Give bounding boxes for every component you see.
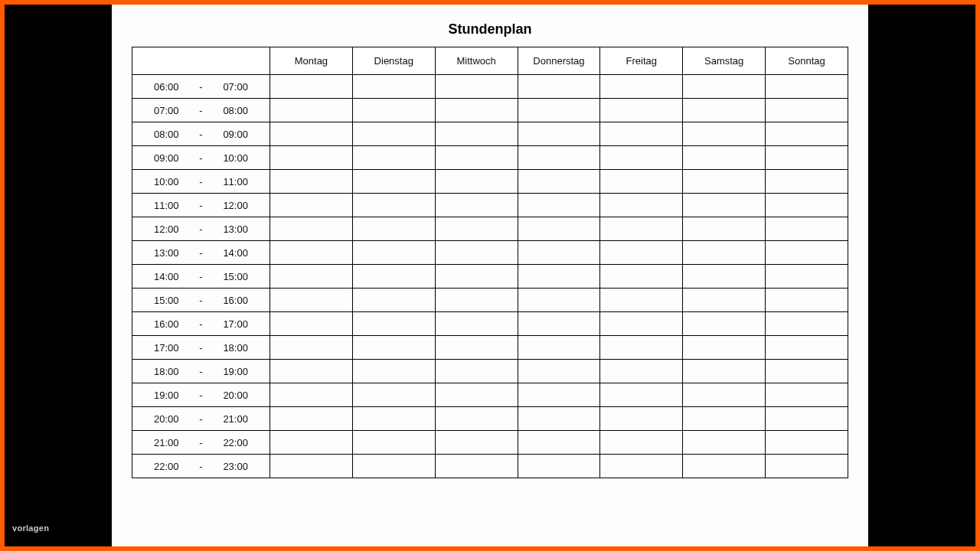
time-slot-cell: 10:00-11:00 xyxy=(132,170,270,194)
schedule-cell xyxy=(435,336,518,360)
schedule-cell xyxy=(270,289,353,312)
table-row: 16:00-17:00 xyxy=(132,312,848,336)
time-slot-cell: 12:00-13:00 xyxy=(132,217,270,241)
schedule-cell xyxy=(270,122,353,146)
time-start: 21:00 xyxy=(149,437,184,448)
schedule-cell xyxy=(518,431,600,455)
schedule-cell xyxy=(435,217,518,241)
schedule-cell xyxy=(766,455,848,478)
schedule-cell xyxy=(518,241,600,265)
schedule-cell xyxy=(683,312,766,336)
schedule-cell xyxy=(766,75,848,99)
time-end: 16:00 xyxy=(218,295,253,306)
time-separator: - xyxy=(199,176,202,187)
time-separator: - xyxy=(199,318,202,330)
schedule-cell xyxy=(352,407,435,431)
time-end: 21:00 xyxy=(218,413,253,425)
schedule-cell xyxy=(518,170,600,194)
schedule-cell xyxy=(435,383,518,407)
schedule-cell xyxy=(518,265,600,289)
timetable-body: 06:00-07:0007:00-08:0008:00-09:0009:00-1… xyxy=(132,75,848,478)
timetable: Montag Dienstag Mittwoch Donnerstag Frei… xyxy=(132,47,848,478)
schedule-cell xyxy=(435,407,518,431)
schedule-cell xyxy=(518,99,600,122)
schedule-cell xyxy=(518,455,600,478)
schedule-cell xyxy=(600,360,683,383)
schedule-cell xyxy=(683,241,766,265)
day-header: Mittwoch xyxy=(435,47,518,75)
time-start: 17:00 xyxy=(149,342,184,354)
schedule-cell xyxy=(270,146,353,170)
schedule-cell xyxy=(600,217,683,241)
schedule-cell xyxy=(270,407,353,431)
schedule-cell xyxy=(352,217,435,241)
schedule-cell xyxy=(600,170,683,194)
time-separator: - xyxy=(199,271,202,282)
schedule-cell xyxy=(352,312,435,336)
document-page: Stundenplan Montag Dienstag Mittwoch Don… xyxy=(112,5,868,546)
day-header: Sonntag xyxy=(766,47,848,75)
time-end: 20:00 xyxy=(218,390,253,401)
time-column-header xyxy=(132,47,270,75)
table-row: 17:00-18:00 xyxy=(132,336,848,360)
schedule-cell xyxy=(600,122,683,146)
time-slot-cell: 18:00-19:00 xyxy=(132,360,270,383)
outer-frame: vorlagen Stundenplan Montag Dienstag Mit… xyxy=(0,0,980,551)
table-row: 14:00-15:00 xyxy=(132,265,848,289)
time-end: 10:00 xyxy=(218,152,253,164)
schedule-cell xyxy=(435,360,518,383)
schedule-cell xyxy=(352,75,435,99)
table-row: 20:00-21:00 xyxy=(132,407,848,431)
time-slot-cell: 14:00-15:00 xyxy=(132,265,270,289)
schedule-cell xyxy=(352,455,435,478)
time-separator: - xyxy=(199,390,202,401)
schedule-cell xyxy=(683,75,766,99)
schedule-cell xyxy=(683,383,766,407)
schedule-cell xyxy=(435,431,518,455)
schedule-cell xyxy=(518,383,600,407)
schedule-cell xyxy=(766,431,848,455)
schedule-cell xyxy=(435,146,518,170)
schedule-cell xyxy=(766,99,848,122)
time-separator: - xyxy=(199,413,202,425)
schedule-cell xyxy=(683,194,766,217)
time-separator: - xyxy=(199,129,202,140)
time-start: 13:00 xyxy=(149,247,184,259)
time-slot-cell: 17:00-18:00 xyxy=(132,336,270,360)
schedule-cell xyxy=(270,312,353,336)
table-row: 11:00-12:00 xyxy=(132,194,848,217)
schedule-cell xyxy=(600,289,683,312)
day-header: Freitag xyxy=(600,47,683,75)
schedule-cell xyxy=(766,407,848,431)
schedule-cell xyxy=(270,360,353,383)
time-start: 07:00 xyxy=(149,105,184,116)
schedule-cell xyxy=(352,99,435,122)
table-row: 13:00-14:00 xyxy=(132,241,848,265)
time-slot-cell: 09:00-10:00 xyxy=(132,146,270,170)
time-end: 13:00 xyxy=(218,223,253,235)
time-start: 11:00 xyxy=(149,200,184,211)
schedule-cell xyxy=(352,336,435,360)
time-start: 09:00 xyxy=(149,152,184,164)
schedule-cell xyxy=(352,170,435,194)
schedule-cell xyxy=(683,360,766,383)
time-start: 18:00 xyxy=(149,366,184,377)
time-slot-cell: 16:00-17:00 xyxy=(132,312,270,336)
time-separator: - xyxy=(199,295,202,306)
schedule-cell xyxy=(352,431,435,455)
time-start: 15:00 xyxy=(149,295,184,306)
schedule-cell xyxy=(270,241,353,265)
day-header: Montag xyxy=(270,47,353,75)
time-start: 20:00 xyxy=(149,413,184,425)
time-end: 17:00 xyxy=(218,318,253,330)
schedule-cell xyxy=(270,265,353,289)
time-separator: - xyxy=(199,461,202,472)
schedule-cell xyxy=(352,194,435,217)
time-separator: - xyxy=(199,247,202,259)
schedule-cell xyxy=(518,289,600,312)
page-title: Stundenplan xyxy=(449,21,532,37)
right-black-margin xyxy=(868,5,975,546)
schedule-cell xyxy=(766,217,848,241)
time-slot-cell: 15:00-16:00 xyxy=(132,289,270,312)
schedule-cell xyxy=(435,241,518,265)
